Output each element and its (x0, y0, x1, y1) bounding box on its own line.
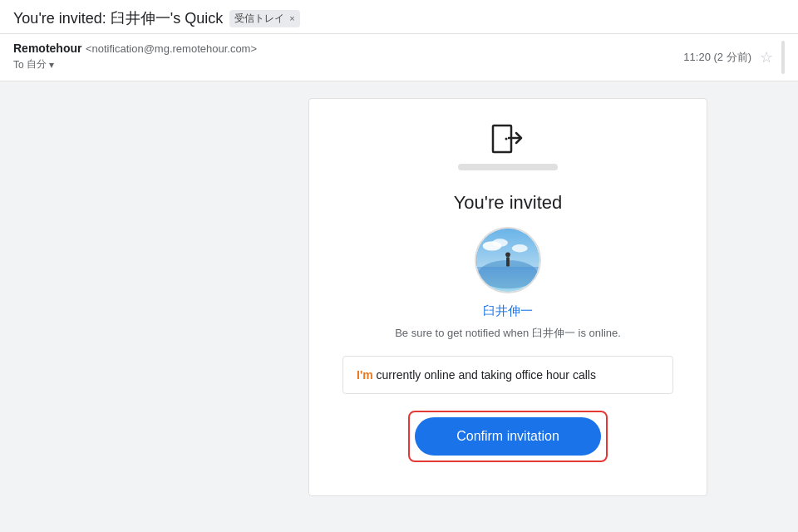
confirm-invitation-button[interactable]: Confirm invitation (415, 417, 601, 456)
status-box: I'm currently online and taking office h… (342, 356, 673, 394)
svg-point-9 (505, 253, 510, 258)
svg-point-7 (512, 244, 528, 253)
to-recipient: 自分 (27, 57, 47, 71)
subject-bar: You're invited: 臼井伸一's Quick 受信トレイ × (0, 0, 798, 34)
invited-title: You're invited (454, 192, 563, 214)
star-icon[interactable]: ☆ (760, 48, 773, 66)
main-area: You're invited (0, 81, 798, 532)
logo-area (342, 124, 673, 184)
timestamp: 11:20 (2 分前) (683, 50, 751, 65)
sender-email: <notification@mg.remotehour.com> (86, 42, 257, 55)
svg-point-2 (505, 138, 508, 140)
right-scrollbar (791, 81, 798, 532)
to-chevron-icon[interactable]: ▾ (49, 59, 54, 71)
avatar (475, 227, 541, 293)
sender-row: Remotehour <notification@mg.remotehour.c… (0, 34, 798, 81)
sender-name-line: Remotehour <notification@mg.remotehour.c… (13, 41, 257, 56)
notify-prefix: Be sure to get notified when (395, 327, 532, 339)
avatar-image (476, 229, 539, 292)
sender-to[interactable]: To 自分 ▾ (13, 57, 257, 71)
user-name-link[interactable]: 臼井伸一 (483, 303, 533, 319)
email-subject: You're invited: 臼井伸一's Quick (13, 8, 223, 28)
notify-suffix: is online. (575, 327, 621, 339)
status-rest: currently online and taking office hour … (373, 368, 596, 382)
sender-name: Remotehour (13, 42, 81, 55)
svg-rect-8 (506, 257, 510, 266)
notify-text: Be sure to get notified when 臼井伸一 is onl… (395, 326, 621, 341)
svg-point-6 (492, 239, 508, 247)
to-label: To (13, 59, 24, 71)
app-logo-icon (491, 124, 525, 160)
email-card: You're invited (308, 98, 707, 496)
sender-info: Remotehour <notification@mg.remotehour.c… (13, 41, 257, 71)
status-im: I'm (357, 368, 373, 382)
sender-right: 11:20 (2 分前) ☆ (683, 41, 785, 74)
tag-close-icon[interactable]: × (289, 13, 294, 23)
email-body: You're invited (224, 81, 791, 532)
logo-text-placeholder (458, 164, 558, 170)
scroll-indicator (781, 41, 785, 74)
tag-badge[interactable]: 受信トレイ × (229, 10, 299, 27)
tag-label: 受信トレイ (234, 12, 284, 26)
notify-user: 臼井伸一 (532, 327, 575, 339)
confirm-button-wrapper: Confirm invitation (408, 411, 608, 462)
left-panel (0, 81, 224, 532)
